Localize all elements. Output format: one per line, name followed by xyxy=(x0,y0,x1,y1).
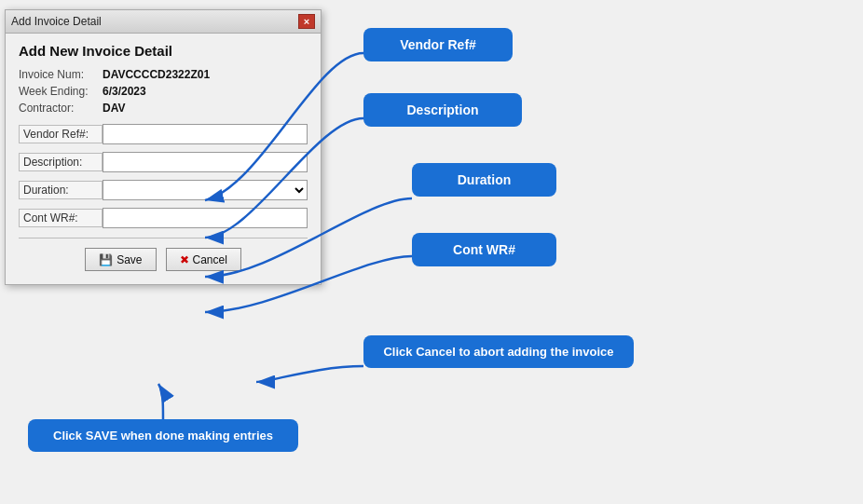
dialog-titlebar: Add Invoice Detail × xyxy=(6,10,321,34)
vendor-ref-input[interactable] xyxy=(103,124,308,144)
cancel-icon xyxy=(180,252,189,266)
save-tip-text: Click SAVE when done making entries xyxy=(53,429,273,443)
duration-label: Duration: xyxy=(19,181,103,199)
save-label: Save xyxy=(116,253,142,266)
invoice-num-row: Invoice Num: DAVCCCCD2322Z01 xyxy=(19,68,308,81)
duration-row: Duration: xyxy=(19,180,308,200)
vendor-ref-row: Vendor Ref#: xyxy=(19,124,308,144)
vendor-ref-callout: Vendor Ref# xyxy=(363,28,513,61)
invoice-num-label: Invoice Num: xyxy=(19,68,103,81)
contractor-row: Contractor: DAV xyxy=(19,102,308,115)
dialog-heading: Add New Invoice Detail xyxy=(19,43,308,59)
cancel-label: Cancel xyxy=(193,253,227,266)
week-ending-value: 6/3/2023 xyxy=(103,85,146,98)
save-tip-callout: Click SAVE when done making entries xyxy=(28,419,298,452)
week-ending-row: Week Ending: 6/3/2023 xyxy=(19,85,308,98)
description-row: Description: xyxy=(19,152,308,172)
cancel-button[interactable]: Cancel xyxy=(166,248,241,271)
description-callout-text: Description xyxy=(406,102,478,117)
cancel-tip-callout: Click Cancel to abort adding the invoice xyxy=(363,335,634,368)
cont-wr-callout: Cont WR# xyxy=(412,233,556,266)
description-input[interactable] xyxy=(103,152,308,172)
save-icon xyxy=(99,252,113,266)
week-ending-label: Week Ending: xyxy=(19,85,103,98)
cont-wr-label: Cont WR#: xyxy=(19,209,103,227)
cont-wr-row: Cont WR#: xyxy=(19,208,308,228)
dialog-title: Add Invoice Detail xyxy=(11,15,102,28)
dialog-body: Add New Invoice Detail Invoice Num: DAVC… xyxy=(6,34,321,284)
form-section: Vendor Ref#: Description: Duration: Cont… xyxy=(19,124,308,228)
cont-wr-input[interactable] xyxy=(103,208,308,228)
save-button[interactable]: Save xyxy=(85,248,156,271)
description-callout: Description xyxy=(363,93,522,127)
contractor-value: DAV xyxy=(103,102,125,115)
duration-select[interactable] xyxy=(103,180,308,200)
duration-callout-text: Duration xyxy=(458,172,512,187)
dialog-close-button[interactable]: × xyxy=(298,14,315,29)
divider xyxy=(19,238,308,238)
vendor-ref-callout-text: Vendor Ref# xyxy=(400,37,476,52)
duration-callout: Duration xyxy=(412,163,556,197)
invoice-num-value: DAVCCCCD2322Z01 xyxy=(103,68,210,81)
description-label: Description: xyxy=(19,153,103,171)
vendor-ref-label: Vendor Ref#: xyxy=(19,125,103,143)
cancel-tip-text: Click Cancel to abort adding the invoice xyxy=(383,345,613,359)
add-invoice-dialog: Add Invoice Detail × Add New Invoice Det… xyxy=(5,9,322,285)
contractor-label: Contractor: xyxy=(19,102,103,115)
cont-wr-callout-text: Cont WR# xyxy=(453,242,515,257)
button-row: Save Cancel xyxy=(19,248,308,271)
